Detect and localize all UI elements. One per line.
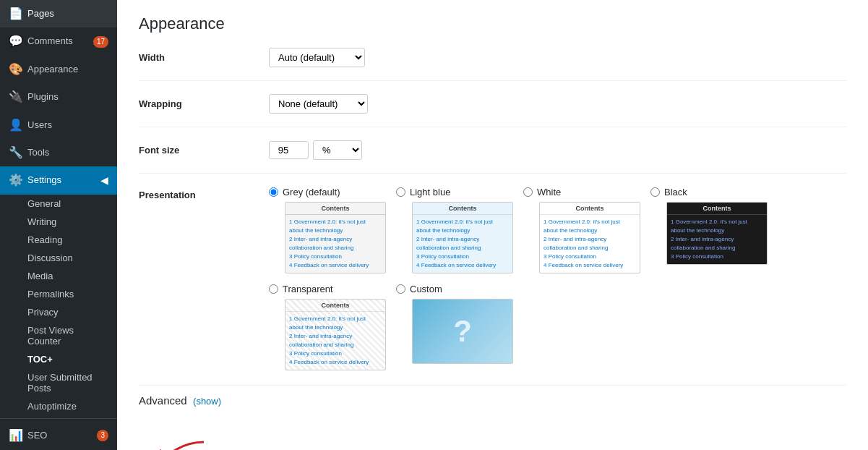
presentation-radio-light-blue[interactable] [396, 187, 405, 197]
preview-transparent-link3: 3 Policy consultation [289, 349, 382, 358]
preview-transparent-body: 1 Government 2.0: it's not just about th… [285, 312, 385, 370]
font-size-control: % px [269, 140, 362, 160]
sidebar-subitem-reading[interactable]: Reading [0, 231, 117, 249]
font-size-row: Font size % px [139, 140, 846, 174]
seo-badge: 3 [97, 430, 108, 441]
preview-black: Contents 1 Government 2.0: it's not just… [666, 202, 768, 265]
presentation-radio-black[interactable] [650, 187, 660, 197]
font-size-unit-select[interactable]: % px [313, 140, 362, 160]
settings-arrow-icon: ◀ [100, 174, 108, 188]
wrapping-select[interactable]: None (default) Left Right [269, 94, 368, 114]
sidebar-subitem-writing[interactable]: Writing [0, 213, 117, 231]
preview-grey-link4: 4 Feedback on service delivery [289, 261, 382, 270]
sidebar-label-comments: Comments [27, 35, 73, 48]
wrapping-row: Wrapping None (default) Left Right [139, 94, 846, 127]
width-row: Width Auto (default) Custom [139, 48, 846, 81]
sidebar-label-plugins: Plugins [27, 90, 59, 103]
sidebar-label-pages: Pages [27, 7, 54, 20]
sidebar-label-seo: SEO [27, 429, 47, 442]
width-label: Width [139, 52, 269, 63]
preview-grey-body: 1 Government 2.0: it's not just about th… [285, 215, 385, 273]
preview-lightblue-link2: 2 Inter- and intra-agency collaboration … [416, 235, 509, 252]
users-icon: 👤 [9, 117, 22, 133]
sidebar: 📄 Pages 💬 Comments 17 🎨 Appearance 🔌 Plu… [0, 0, 117, 450]
presentation-label-black[interactable]: Black [650, 187, 687, 198]
preview-lightblue-link1: 1 Government 2.0: it's not just about th… [416, 218, 509, 235]
sidebar-item-plugins[interactable]: 🔌 Plugins [0, 83, 117, 111]
sidebar-label-settings: Settings [27, 174, 61, 187]
preview-black-link2: 2 Inter- and intra-agency collaboration … [671, 235, 763, 252]
sidebar-item-settings[interactable]: ⚙️ Settings ◀ [0, 166, 117, 194]
presentation-radio-custom[interactable] [396, 284, 405, 294]
comments-badge: 17 [93, 36, 108, 48]
sidebar-subitem-post-views-counter[interactable]: Post Views Counter [0, 321, 117, 350]
presentation-label-grey[interactable]: Grey (default) [269, 187, 340, 198]
font-size-label: Font size [139, 145, 269, 156]
preview-black-header: Contents [667, 203, 767, 215]
sidebar-subitem-discussion[interactable]: Discussion [0, 249, 117, 267]
preview-grey-header: Contents [285, 203, 385, 215]
appearance-icon: 🎨 [9, 61, 22, 77]
presentation-option-light-blue: Light blue Contents 1 Government 2.0: it… [396, 187, 513, 273]
sidebar-item-seo[interactable]: 📊 SEO 3 [0, 422, 117, 449]
tools-icon: 🔧 [9, 145, 22, 161]
sidebar-item-pages[interactable]: 📄 Pages [0, 0, 117, 27]
font-size-input[interactable] [269, 141, 309, 159]
presentation-radio-grey[interactable] [269, 187, 278, 197]
sidebar-subitem-permalinks[interactable]: Permalinks [0, 285, 117, 303]
sidebar-item-users[interactable]: 👤 Users [0, 111, 117, 139]
sidebar-subitem-media[interactable]: Media [0, 267, 117, 285]
preview-transparent-link2: 2 Inter- and intra-agency collaboration … [289, 332, 382, 349]
sidebar-label-appearance: Appearance [27, 63, 78, 76]
presentation-label: Presentation [139, 187, 269, 200]
sidebar-subitem-privacy[interactable]: Privacy [0, 303, 117, 321]
preview-black-body: 1 Government 2.0: it's not just about th… [667, 215, 767, 264]
presentation-option-black: Black Contents 1 Government 2.0: it's no… [650, 187, 768, 273]
width-control: Auto (default) Custom [269, 48, 365, 67]
advanced-show-link[interactable]: (show) [193, 396, 221, 407]
presentation-radio-white[interactable] [523, 187, 533, 197]
width-select[interactable]: Auto (default) Custom [269, 48, 365, 67]
presentation-option-transparent: Transparent Contents 1 Government 2.0: i… [269, 284, 386, 370]
preview-transparent-link4: 4 Feedback on service delivery [289, 358, 382, 367]
preview-transparent-link1: 1 Government 2.0: it's not just about th… [289, 315, 382, 332]
sidebar-item-tools[interactable]: 🔧 Tools [0, 139, 117, 166]
sidebar-item-comments[interactable]: 💬 Comments 17 [0, 27, 117, 55]
presentation-options: Grey (default) Contents 1 Government 2.0… [269, 187, 846, 370]
presentation-option-custom: Custom ? [396, 284, 513, 370]
presentation-label-light-blue[interactable]: Light blue [396, 187, 450, 198]
presentation-label-custom[interactable]: Custom [396, 284, 442, 294]
main-content: Appearance Width Auto (default) Custom W… [117, 0, 868, 450]
presentation-section: Presentation Grey (default) Contents 1 G… [139, 187, 846, 370]
presentation-radio-transparent[interactable] [269, 284, 278, 294]
preview-white-link3: 3 Policy consultation [543, 252, 636, 261]
preview-light-blue: Contents 1 Government 2.0: it's not just… [412, 202, 513, 273]
wrapping-label: Wrapping [139, 98, 269, 109]
arrow-indicator-icon [132, 438, 218, 450]
sidebar-item-appearance[interactable]: 🎨 Appearance [0, 56, 117, 83]
sidebar-subitem-user-submitted-posts[interactable]: User Submitted Posts [0, 368, 117, 397]
sidebar-subitem-general[interactable]: General [0, 195, 117, 213]
sidebar-subitem-toc-plus[interactable]: TOC+ [0, 350, 117, 368]
preview-transparent-header: Contents [285, 300, 385, 312]
preview-white: Contents 1 Government 2.0: it's not just… [539, 202, 640, 273]
sidebar-subitem-autoptimize[interactable]: Autoptimize [0, 397, 117, 415]
preview-white-body: 1 Government 2.0: it's not just about th… [540, 215, 640, 273]
preview-grey-link2: 2 Inter- and intra-agency collaboration … [289, 235, 382, 252]
presentation-option-grey: Grey (default) Contents 1 Government 2.0… [269, 187, 386, 273]
preview-transparent: Contents 1 Government 2.0: it's not just… [285, 299, 386, 370]
preview-lightblue-link3: 3 Policy consultation [416, 252, 509, 261]
preview-grey-link3: 3 Policy consultation [289, 252, 382, 261]
preview-lightblue-link4: 4 Feedback on service delivery [416, 261, 509, 270]
advanced-section: Advanced (show) [139, 385, 846, 415]
comments-icon: 💬 [9, 33, 22, 49]
plugins-icon: 🔌 [9, 89, 22, 105]
preview-lightblue-header: Contents [413, 203, 512, 215]
preview-black-link1: 1 Government 2.0: it's not just about th… [671, 218, 763, 235]
custom-question-mark-icon: ? [453, 314, 472, 349]
preview-grey-link1: 1 Government 2.0: it's not just about th… [289, 218, 382, 235]
presentation-label-white[interactable]: White [523, 187, 561, 198]
settings-icon: ⚙️ [9, 172, 22, 188]
wrapping-control: None (default) Left Right [269, 94, 368, 114]
presentation-label-transparent[interactable]: Transparent [269, 284, 333, 294]
